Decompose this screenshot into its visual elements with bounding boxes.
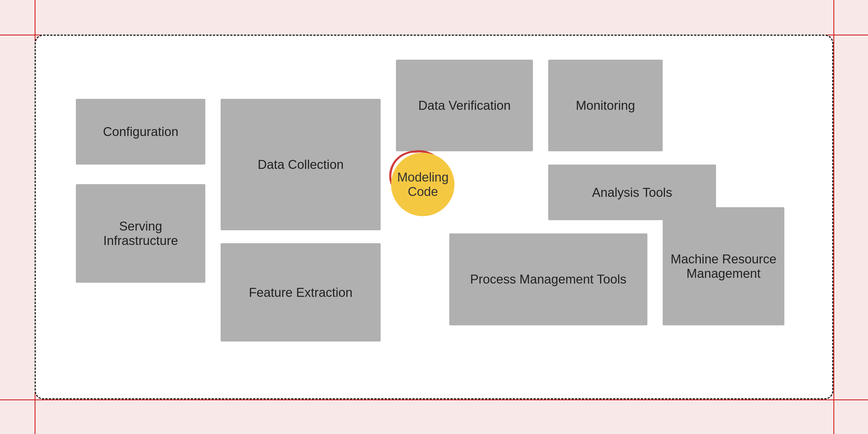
process-management-tools-block: Process Management Tools — [449, 233, 647, 325]
diagram-area: Configuration Serving Infrastructure Dat… — [53, 53, 815, 381]
machine-resource-management-label: Machine Resource Management — [669, 252, 779, 281]
data-collection-block: Data Collection — [221, 99, 381, 230]
serving-infrastructure-block: Serving Infrastructure — [76, 184, 205, 282]
modeling-code-label: ModelingCode — [397, 170, 449, 199]
process-management-tools-label: Process Management Tools — [470, 272, 626, 287]
feature-extraction-block: Feature Extraction — [221, 243, 381, 341]
serving-infrastructure-label: Serving Infrastructure — [82, 219, 199, 248]
main-card: Configuration Serving Infrastructure Dat… — [35, 35, 833, 399]
red-line-right — [833, 0, 834, 434]
configuration-label: Configuration — [103, 125, 179, 139]
machine-resource-management-block: Machine Resource Management — [663, 207, 785, 325]
monitoring-label: Monitoring — [576, 98, 635, 113]
monitoring-block: Monitoring — [548, 60, 662, 152]
feature-extraction-label: Feature Extraction — [249, 285, 353, 300]
red-line-bottom — [0, 399, 868, 400]
analysis-tools-label: Analysis Tools — [592, 185, 672, 200]
modeling-code-block: ModelingCode — [391, 153, 455, 216]
data-verification-label: Data Verification — [418, 98, 510, 113]
data-verification-block: Data Verification — [396, 60, 533, 152]
data-collection-label: Data Collection — [257, 157, 343, 172]
configuration-block: Configuration — [76, 99, 205, 165]
